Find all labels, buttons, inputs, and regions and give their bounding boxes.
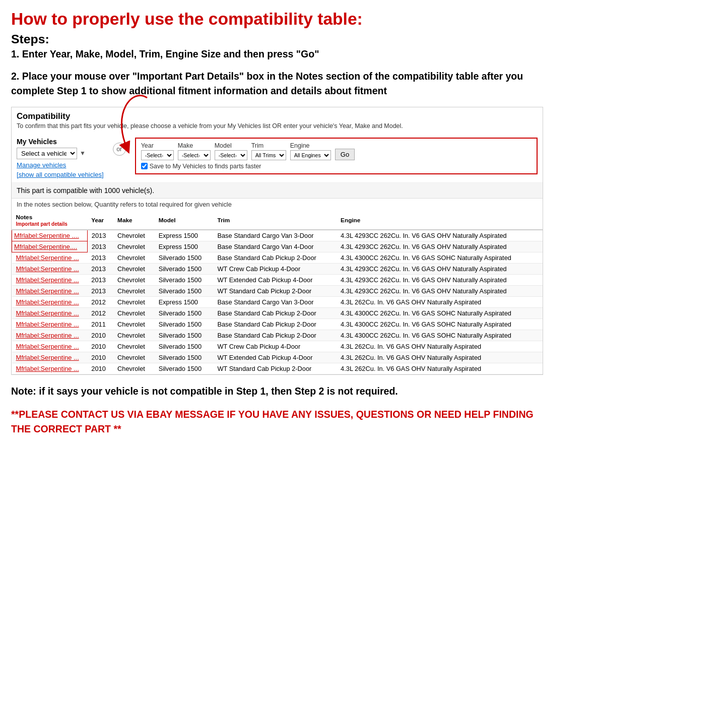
cell-trim: Base Standard Cab Pickup 2-Door <box>213 330 337 341</box>
table-row: Mfrlabel:Serpentine ... 2013 Chevrolet S… <box>12 274 543 285</box>
compat-title: Compatibility <box>12 107 543 122</box>
cell-make: Chevrolet <box>113 241 155 252</box>
cell-model: Silverado 1500 <box>155 263 214 274</box>
vehicle-select-row: Select a vehicle ▼ <box>17 148 104 159</box>
cell-model: Express 1500 <box>155 296 214 307</box>
step1-text: 1. Enter Year, Make, Model, Trim, Engine… <box>11 48 543 60</box>
cell-model: Express 1500 <box>155 241 214 252</box>
cell-year: 2013 <box>87 274 113 285</box>
model-select[interactable]: -Select- <box>215 150 247 160</box>
cell-model: Express 1500 <box>155 230 214 241</box>
table-row: Mfrlabel:Serpentine ... 2013 Chevrolet S… <box>12 285 543 296</box>
cell-notes[interactable]: Mfrlabel:Serpentine ... <box>12 341 88 352</box>
main-title: How to properly use the compatibility ta… <box>11 9 543 29</box>
cell-year: 2010 <box>87 352 113 363</box>
cell-trim: WT Crew Cab Pickup 4-Door <box>213 341 337 352</box>
cell-notes[interactable]: Mfrlabel:Serpentine ... <box>12 252 88 263</box>
col-header-year: Year <box>87 211 113 230</box>
cell-notes[interactable]: Mfrlabel:Serpentine ... <box>12 363 88 374</box>
cell-engine: 4.3L 262Cu. In. V6 GAS OHV Naturally Asp… <box>337 363 543 374</box>
cell-trim: WT Standard Cab Pickup 2-Door <box>213 363 337 374</box>
cell-trim: Base Standard Cab Pickup 2-Door <box>213 318 337 330</box>
table-row: Mfrlabel:Serpentine ... 2010 Chevrolet S… <box>12 352 543 363</box>
cell-notes[interactable]: Mfrlabel:Serpentine ... <box>12 307 88 318</box>
compatibility-table: Notes Important part details Year Make M… <box>12 211 543 374</box>
cell-year: 2013 <box>87 241 113 252</box>
make-label: Make <box>178 142 211 149</box>
quantity-note: In the notes section below, Quantity ref… <box>12 199 543 211</box>
cell-engine: 4.3L 4300CC 262Cu. In. V6 GAS SOHC Natur… <box>337 252 543 263</box>
cell-model: Silverado 1500 <box>155 252 214 263</box>
table-row: Mfrlabel:Serpentine ... 2010 Chevrolet S… <box>12 363 543 374</box>
show-all-link[interactable]: [show all compatible vehicles] <box>17 171 104 178</box>
step2-text: 2. Place your mouse over "Important Part… <box>11 69 543 98</box>
cell-trim: Base Standard Cargo Van 4-Door <box>213 241 337 252</box>
table-header-row: Notes Important part details Year Make M… <box>12 211 543 230</box>
compatibility-box: Compatibility To confirm that this part … <box>11 107 543 375</box>
cell-make: Chevrolet <box>113 285 155 296</box>
steps-heading: Steps: <box>11 32 543 46</box>
cell-year: 2012 <box>87 307 113 318</box>
my-vehicles-label: My Vehicles <box>17 138 104 146</box>
vehicle-select[interactable]: Select a vehicle <box>17 148 77 159</box>
cell-notes[interactable]: Mfrlabel:Serpentine ... <box>12 296 88 307</box>
cell-notes[interactable]: Mfrlabel:Serpentine ... <box>12 263 88 274</box>
col-header-make: Make <box>113 211 155 230</box>
cell-model: Silverado 1500 <box>155 285 214 296</box>
cell-trim: WT Extended Cab Pickup 4-Door <box>213 274 337 285</box>
table-row: Mfrlabel:Serpentine ... 2013 Chevrolet S… <box>12 252 543 263</box>
cell-year: 2010 <box>87 363 113 374</box>
cell-model: Silverado 1500 <box>155 307 214 318</box>
cell-trim: Base Standard Cargo Van 3-Door <box>213 296 337 307</box>
cell-engine: 4.3L 4293CC 262Cu. In. V6 GAS OHV Natura… <box>337 285 543 296</box>
cell-trim: WT Standard Cab Pickup 2-Door <box>213 285 337 296</box>
cell-model: Silverado 1500 <box>155 330 214 341</box>
trim-label: Trim <box>251 142 286 149</box>
cell-notes[interactable]: Mfrlabel:Serpentine ... <box>12 274 88 285</box>
vehicle-form-box: Year -Select- Make -Select- Model -Selec… <box>135 138 538 174</box>
make-field: Make -Select- <box>178 142 211 160</box>
cell-notes[interactable]: Mfrlabel:Serpentine.... <box>12 241 88 252</box>
form-fields-row: Year -Select- Make -Select- Model -Selec… <box>141 142 532 160</box>
cell-model: Silverado 1500 <box>155 318 214 330</box>
engine-label: Engine <box>290 142 331 149</box>
compatible-message: This part is compatible with 1000 vehicl… <box>12 183 543 199</box>
cell-make: Chevrolet <box>113 274 155 285</box>
cell-notes[interactable]: Mfrlabel:Serpentine ... <box>12 318 88 330</box>
go-button[interactable]: Go <box>335 149 355 160</box>
table-row: Mfrlabel:Serpentine ... 2013 Chevrolet S… <box>12 263 543 274</box>
arrow-annotation <box>102 98 162 153</box>
trim-select[interactable]: All Trims <box>251 150 286 160</box>
engine-field: Engine All Engines <box>290 142 331 160</box>
cell-model: Silverado 1500 <box>155 341 214 352</box>
cell-year: 2013 <box>87 285 113 296</box>
make-select[interactable]: -Select- <box>178 150 211 160</box>
cell-notes[interactable]: Mfrlabel:Serpentine ... <box>12 352 88 363</box>
notes-subheader: Important part details <box>16 221 68 227</box>
cell-engine: 4.3L 262Cu. In. V6 GAS OHV Naturally Asp… <box>337 341 543 352</box>
cell-year: 2013 <box>87 230 113 241</box>
cell-notes[interactable]: Mfrlabel:Serpentine .... <box>12 230 88 241</box>
cell-year: 2011 <box>87 318 113 330</box>
cell-notes[interactable]: Mfrlabel:Serpentine ... <box>12 285 88 296</box>
cell-trim: WT Extended Cab Pickup 4-Door <box>213 352 337 363</box>
col-header-notes: Notes Important part details <box>12 211 88 230</box>
manage-vehicles-link[interactable]: Manage vehicles <box>17 161 104 169</box>
cell-engine: 4.3L 4300CC 262Cu. In. V6 GAS SOHC Natur… <box>337 307 543 318</box>
cell-make: Chevrolet <box>113 263 155 274</box>
cell-year: 2010 <box>87 330 113 341</box>
cell-engine: 4.3L 262Cu. In. V6 GAS OHV Naturally Asp… <box>337 352 543 363</box>
engine-select[interactable]: All Engines <box>290 150 331 160</box>
cell-engine: 4.3L 262Cu. In. V6 GAS OHV Naturally Asp… <box>337 296 543 307</box>
cell-model: Silverado 1500 <box>155 352 214 363</box>
cell-make: Chevrolet <box>113 230 155 241</box>
cell-model: Silverado 1500 <box>155 274 214 285</box>
cell-engine: 4.3L 4293CC 262Cu. In. V6 GAS OHV Natura… <box>337 241 543 252</box>
cell-year: 2013 <box>87 263 113 274</box>
save-checkbox[interactable] <box>141 163 148 169</box>
model-label: Model <box>215 142 247 149</box>
cell-engine: 4.3L 4300CC 262Cu. In. V6 GAS SOHC Natur… <box>337 330 543 341</box>
cell-model: Silverado 1500 <box>155 363 214 374</box>
cell-make: Chevrolet <box>113 296 155 307</box>
cell-notes[interactable]: Mfrlabel:Serpentine ... <box>12 330 88 341</box>
